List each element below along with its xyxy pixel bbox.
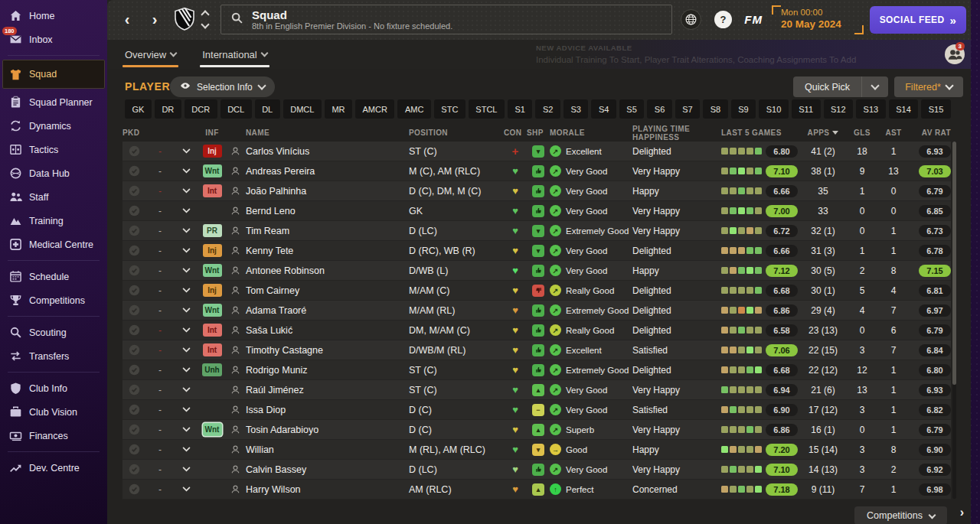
player-name[interactable]: Raúl Jiménez: [243, 385, 409, 395]
picked-check-icon[interactable]: [122, 265, 145, 276]
search-title-box[interactable]: Squad 8th in English Premier Division - …: [220, 5, 672, 34]
staff-avatar[interactable]: 3: [945, 44, 965, 64]
table-row-andreas-pereira[interactable]: - Wnt Andreas Pereira M (C), AM (RLC) ♥ …: [122, 161, 951, 181]
table-row-adama-traor[interactable]: - Wnt Adama Traoré M/AM (RL) ♥ ↗ Extreme…: [122, 301, 951, 321]
picked-check-icon[interactable]: [122, 483, 145, 495]
chevron-down-icon[interactable]: [175, 347, 198, 353]
social-feed-button[interactable]: SOCIAL FEED »: [870, 6, 966, 34]
filtered-button[interactable]: Filtered*: [894, 76, 963, 97]
chevron-down-icon[interactable]: [862, 76, 888, 97]
selection-info-button[interactable]: Selection Info: [170, 76, 275, 97]
sidebar-item-inbox[interactable]: 180Inbox: [0, 28, 107, 51]
forward-arrow-icon[interactable]: ›: [145, 9, 164, 29]
chevron-down-icon[interactable]: [175, 487, 198, 492]
col-assists[interactable]: AST: [877, 129, 910, 137]
search-icon[interactable]: [230, 11, 243, 28]
table-row-rodrigo-muniz[interactable]: - Unh Rodrigo Muniz ST (C) ♥ ↗ Extremely…: [122, 360, 951, 380]
continue-date-block[interactable]: Mon 00:00 20 May 2024: [772, 5, 864, 34]
chevron-down-icon[interactable]: [175, 168, 198, 174]
picked-check-icon[interactable]: [122, 285, 145, 296]
position-filter-dmcl[interactable]: DMCL: [283, 99, 322, 119]
col-last-5-games[interactable]: LAST 5 GAMES: [721, 129, 799, 137]
table-row-harry-wilson[interactable]: - Harry Wilson AM (RLC) ♥ ▴ ↑ Perfect Co…: [122, 480, 951, 500]
tab-international[interactable]: International: [200, 40, 270, 69]
chevron-down-icon[interactable]: [175, 387, 198, 392]
chevron-down-icon[interactable]: [175, 248, 198, 253]
sidebar-item-scouting[interactable]: Scouting: [0, 321, 107, 344]
col-apps-sorted[interactable]: APPS: [799, 129, 847, 137]
position-filter-stcl[interactable]: STCL: [469, 99, 505, 119]
chevron-down-icon[interactable]: [175, 427, 198, 432]
position-filter-dl[interactable]: DL: [255, 99, 280, 119]
picked-check-icon[interactable]: [122, 364, 145, 376]
position-filter-s4[interactable]: S4: [591, 99, 616, 119]
position-filter-stc[interactable]: STC: [434, 99, 466, 119]
player-name[interactable]: Issa Diop: [243, 405, 409, 415]
position-filter-amcr[interactable]: AMCR: [355, 99, 394, 119]
table-row-calvin-bassey[interactable]: - Calvin Bassey D (LC) ♥ ↗ Very Good Ver…: [122, 460, 951, 480]
footer-next-arrow[interactable]: ›: [960, 506, 964, 519]
player-name[interactable]: Kenny Tete: [243, 246, 409, 256]
world-globe-icon[interactable]: [681, 9, 701, 30]
chevron-down-icon[interactable]: [175, 367, 198, 373]
picked-check-icon[interactable]: [122, 185, 145, 197]
picked-check-icon[interactable]: [122, 444, 145, 455]
position-filter-amc[interactable]: AMC: [397, 99, 430, 119]
table-row-jo-o-palhinha[interactable]: - Int João Palhinha D (C), DM, M (C) ♥ ↗…: [122, 181, 951, 201]
sidebar-item-home[interactable]: Home: [0, 4, 107, 28]
player-name[interactable]: João Palhinha: [243, 186, 409, 197]
table-row-timothy-castagne[interactable]: - Int Timothy Castagne D/WB/M (RL) ♥ ↗ E…: [122, 340, 951, 360]
col-name[interactable]: NAME: [243, 129, 409, 137]
position-filter-s2[interactable]: S2: [535, 99, 560, 119]
player-name[interactable]: Andreas Pereira: [243, 166, 409, 177]
col-sharpness[interactable]: SHP: [527, 129, 550, 137]
table-row-tosin-adarabioyo[interactable]: - Wnt Tosin Adarabioyo D (C) ♥ ▴ ↗ Super…: [122, 420, 951, 440]
picked-check-icon[interactable]: [122, 304, 145, 316]
sidebar-item-dev-centre[interactable]: Dev. Centre: [0, 456, 107, 480]
picked-check-icon[interactable]: [122, 384, 145, 395]
chevron-down-icon[interactable]: [175, 228, 198, 233]
picked-check-icon[interactable]: [122, 225, 145, 236]
sidebar-item-finances[interactable]: Finances: [0, 424, 107, 448]
position-filter-s14[interactable]: S14: [889, 99, 919, 119]
chevron-down-icon[interactable]: [175, 447, 198, 452]
position-filter-s9[interactable]: S9: [731, 99, 756, 119]
col-playing-time-happiness[interactable]: PLAYING TIME HAPPINESS: [632, 125, 721, 142]
sidebar-item-squad[interactable]: Squad: [2, 60, 105, 89]
player-name[interactable]: Tosin Adarabioyo: [243, 425, 409, 435]
position-filter-dcr[interactable]: DCR: [185, 99, 217, 119]
position-filter-s13[interactable]: S13: [856, 99, 886, 119]
chevron-down-icon[interactable]: [175, 268, 198, 273]
position-filter-gk[interactable]: GK: [125, 99, 152, 119]
position-filter-s8[interactable]: S8: [703, 99, 727, 119]
table-row-tim-ream[interactable]: - PR Tim Ream D (LC) ♥ ▾ ↗ Extremely Goo…: [122, 221, 951, 241]
col-pkd[interactable]: PKD: [122, 129, 145, 137]
table-row-sa-a-luki[interactable]: - Int Saša Lukić DM, M/AM (C) ♥ ↗ Really…: [122, 321, 951, 340]
player-name[interactable]: Carlos Vinícius: [243, 146, 409, 157]
position-filter-s11[interactable]: S11: [792, 99, 821, 119]
quick-pick-button[interactable]: Quick Pick: [793, 76, 888, 97]
player-name[interactable]: Tom Cairney: [243, 285, 409, 296]
chevron-down-icon[interactable]: [175, 148, 198, 154]
table-row-tom-cairney[interactable]: - Inj Tom Cairney M/AM (C) ♥ ↗ Really Go…: [122, 281, 951, 301]
sidebar-item-transfers[interactable]: Transfers: [0, 344, 107, 368]
col-inf[interactable]: INF: [198, 129, 227, 137]
position-filter-s12[interactable]: S12: [824, 99, 854, 119]
col-position[interactable]: POSITION: [409, 129, 504, 137]
chevron-down-icon[interactable]: [175, 208, 198, 213]
table-row-willian[interactable]: - Willian M (RL), AM (RLC) ♥ ▾ → Good Ha…: [122, 440, 951, 460]
table-row-antonee-robinson[interactable]: - Wnt Antonee Robinson D/WB (L) ♥ ↗ Very…: [122, 261, 951, 281]
sidebar-item-squad-planner[interactable]: Squad Planner: [0, 90, 107, 114]
player-name[interactable]: Harry Wilson: [243, 484, 409, 495]
position-filter-s5[interactable]: S5: [619, 99, 644, 119]
sidebar-item-dynamics[interactable]: Dynamics: [0, 114, 107, 138]
chevron-down-icon[interactable]: [175, 327, 198, 333]
col-goals[interactable]: GLS: [847, 129, 877, 137]
sidebar-item-data-hub[interactable]: Data Hub: [0, 161, 107, 185]
scrollbar-thumb[interactable]: [952, 142, 956, 385]
table-row-ra-l-jim-nez[interactable]: - Raúl Jiménez ST (C) ♥ ▴ ↗ Very Good Ve…: [122, 380, 951, 400]
player-name[interactable]: Tim Ream: [243, 226, 409, 236]
picked-check-icon[interactable]: [122, 145, 145, 157]
chevron-down-icon[interactable]: [175, 467, 198, 472]
position-filter-s15[interactable]: S15: [921, 99, 951, 119]
